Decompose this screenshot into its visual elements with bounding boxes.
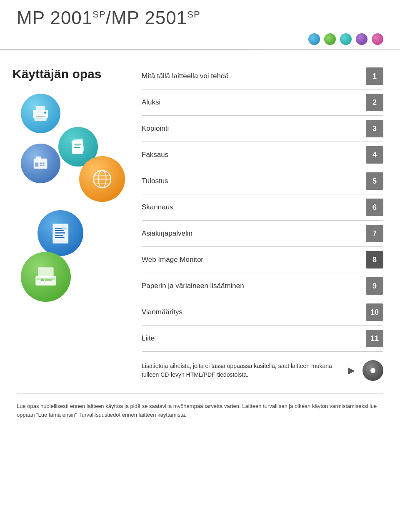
svg-rect-10 xyxy=(75,146,80,147)
docs-svg xyxy=(67,136,89,157)
toc-number-10: 10 xyxy=(366,303,383,321)
svg-rect-4 xyxy=(36,116,45,117)
sp1-label: SP xyxy=(92,9,105,20)
scanner-icon xyxy=(21,252,71,302)
document-icon xyxy=(38,210,83,256)
page-title: MP 2001SP/MP 2501SP xyxy=(17,7,200,28)
svg-rect-21 xyxy=(42,163,45,164)
toc-number-1: 1 xyxy=(366,67,383,85)
globe-icon xyxy=(79,156,125,202)
toc-number-4: 4 xyxy=(366,146,383,164)
toc-label-1: Mitä tällä laitteella voi tehdä xyxy=(142,72,366,80)
svg-rect-34 xyxy=(39,269,53,275)
fax-icon xyxy=(21,144,60,183)
svg-rect-24 xyxy=(52,224,68,243)
svg-rect-26 xyxy=(55,230,64,231)
svg-rect-18 xyxy=(36,157,41,159)
arrow-icon: ▶ xyxy=(348,365,355,376)
toc-number-3: 3 xyxy=(366,120,383,137)
svg-rect-29 xyxy=(55,237,65,238)
info-section: Lisätietoja aiheista, joita ei tässä opp… xyxy=(142,352,383,385)
cd-hole xyxy=(370,368,375,373)
printer-svg xyxy=(30,102,51,124)
circles-row xyxy=(0,28,400,45)
scanner-svg xyxy=(32,263,60,291)
toc-list: Mitä tällä laitteella voi tehdä1Aluksi2K… xyxy=(142,63,383,352)
svg-rect-27 xyxy=(55,232,65,233)
toc-item-7: Asiakirjapalvelin7 xyxy=(142,221,383,247)
toc-number-8: 8 xyxy=(366,251,383,268)
cd-icon xyxy=(362,360,383,381)
svg-rect-23 xyxy=(42,165,45,166)
toc-item-1: Mitä tällä laitteella voi tehdä1 xyxy=(142,63,383,89)
toc-number-5: 5 xyxy=(366,172,383,190)
toc-item-10: Vianmääritys10 xyxy=(142,299,383,326)
left-panel: Käyttäjän opas xyxy=(0,63,133,385)
toc-label-6: Skannaus xyxy=(142,203,366,211)
right-panel: Mitä tällä laitteella voi tehdä1Aluksi2K… xyxy=(133,63,400,385)
toc-label-7: Asiakirjapalvelin xyxy=(142,229,366,238)
toc-number-11: 11 xyxy=(366,330,383,347)
svg-rect-1 xyxy=(36,106,45,111)
toc-number-6: 6 xyxy=(366,199,383,216)
icons-area xyxy=(12,94,138,310)
svg-rect-20 xyxy=(40,163,42,164)
purple-circle xyxy=(356,33,368,45)
toc-item-4: Faksaus4 xyxy=(142,142,383,168)
svg-rect-11 xyxy=(75,147,81,148)
svg-rect-36 xyxy=(45,279,52,281)
toc-label-2: Aluksi xyxy=(142,98,366,107)
toc-label-9: Paperin ja väriaineen lisääminen xyxy=(142,282,366,290)
toc-number-9: 9 xyxy=(366,277,383,295)
toc-number-2: 2 xyxy=(366,94,383,111)
toc-label-10: Vianmääritys xyxy=(142,308,366,316)
pink-circle xyxy=(372,33,383,45)
green-circle xyxy=(324,33,336,45)
globe-svg xyxy=(90,167,115,192)
toc-item-2: Aluksi2 xyxy=(142,89,383,116)
document-svg xyxy=(48,221,73,246)
toc-number-7: 7 xyxy=(366,225,383,242)
toc-label-11: Liite xyxy=(142,334,366,343)
info-text: Lisätietoja aiheista, joita ei tässä opp… xyxy=(142,362,340,379)
svg-rect-9 xyxy=(75,144,81,145)
toc-item-11: Liite11 xyxy=(142,326,383,352)
toc-item-3: Kopiointi3 xyxy=(142,116,383,142)
sp2-label: SP xyxy=(187,9,200,20)
svg-rect-35 xyxy=(41,279,44,281)
fax-svg xyxy=(30,152,51,174)
toc-label-8: Web Image Monitor xyxy=(142,256,366,264)
left-title: Käyttäjän opas xyxy=(12,63,133,81)
toc-item-5: Tulostus5 xyxy=(142,168,383,194)
bottom-text: Lue opas huolellisesti ennen laitteen kä… xyxy=(17,393,383,420)
svg-rect-19 xyxy=(35,163,38,167)
header: MP 2001SP/MP 2501SP xyxy=(0,0,400,28)
svg-rect-22 xyxy=(40,165,42,166)
svg-rect-5 xyxy=(36,118,42,119)
toc-item-9: Paperin ja väriaineen lisääminen9 xyxy=(142,273,383,299)
svg-rect-28 xyxy=(55,235,63,236)
main-content: Käyttäjän opas xyxy=(0,50,400,385)
svg-point-3 xyxy=(44,112,46,114)
printer-icon xyxy=(21,94,60,133)
toc-item-8: Web Image Monitor8 xyxy=(142,247,383,273)
toc-label-4: Faksaus xyxy=(142,151,366,159)
toc-label-3: Kopiointi xyxy=(142,124,366,133)
teal-circle xyxy=(340,33,352,45)
toc-item-6: Skannaus6 xyxy=(142,194,383,221)
toc-label-5: Tulostus xyxy=(142,177,366,185)
blue-circle xyxy=(308,33,320,45)
